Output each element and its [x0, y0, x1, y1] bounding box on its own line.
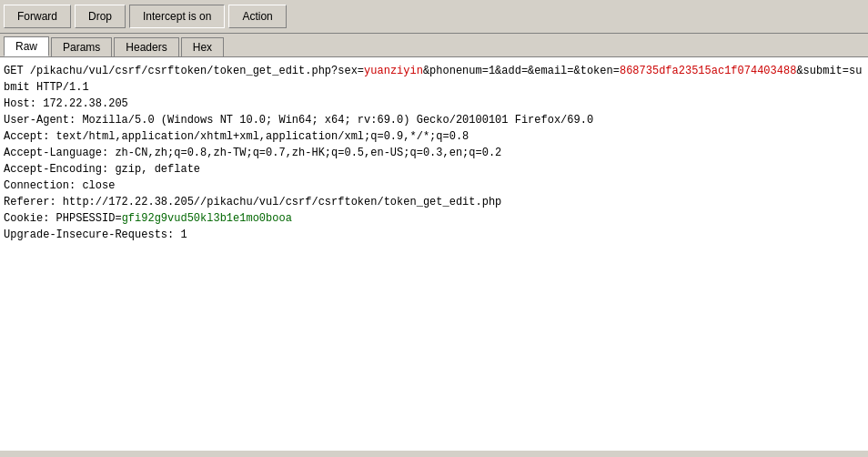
request-host: Host: 172.22.38.205	[4, 96, 864, 112]
request-referer: Referer: http://172.22.38.205//pikachu/v…	[4, 194, 864, 210]
request-upgrade: Upgrade-Insecure-Requests: 1	[4, 227, 864, 243]
request-content: GET /pikachu/vul/csrf/csrftoken/token_ge…	[0, 57, 868, 451]
forward-button[interactable]: Forward	[4, 5, 71, 28]
request-user-agent: User-Agent: Mozilla/5.0 (Windows NT 10.0…	[4, 112, 864, 128]
request-accept-encoding: Accept-Encoding: gzip, deflate	[4, 161, 864, 178]
cookie-label: Cookie: PHPSESSID=	[4, 212, 122, 225]
cookie-value: gfi92g9vud50kl3b1e1mo0booa	[122, 212, 292, 225]
request-cookie: Cookie: PHPSESSID=gfi92g9vud50kl3b1e1mo0…	[4, 210, 864, 227]
request-accept-language: Accept-Language: zh-CN,zh;q=0.8,zh-TW;q=…	[4, 145, 864, 161]
request-token-value: 868735dfa23515ac1f074403488	[620, 65, 796, 77]
drop-button[interactable]: Drop	[75, 5, 126, 28]
tab-params[interactable]: Params	[51, 37, 112, 56]
request-connection: Connection: close	[4, 178, 864, 194]
intercept-button[interactable]: Intercept is on	[129, 5, 225, 28]
action-button[interactable]: Action	[228, 5, 286, 28]
request-accept: Accept: text/html,application/xhtml+xml,…	[4, 128, 864, 145]
toolbar: Forward Drop Intercept is on Action	[0, 0, 868, 34]
tab-hex[interactable]: Hex	[181, 37, 224, 56]
request-method: GET /pikachu/vul/csrf/csrftoken/token_ge…	[4, 65, 364, 77]
tab-headers[interactable]: Headers	[114, 37, 178, 56]
tabs-bar: Raw Params Headers Hex	[0, 34, 868, 57]
request-mid: &phonenum=1&add=&email=&token=	[423, 65, 620, 77]
request-sex-value: yuanziyin	[364, 65, 423, 77]
tab-raw[interactable]: Raw	[4, 36, 49, 56]
request-line-1: GET /pikachu/vul/csrf/csrftoken/token_ge…	[4, 63, 864, 96]
